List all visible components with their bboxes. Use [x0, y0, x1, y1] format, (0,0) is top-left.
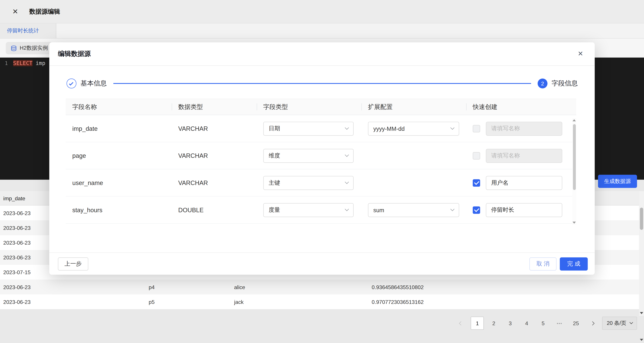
chevron-down-icon [450, 126, 454, 130]
modal-title: 编辑数据源 [58, 50, 91, 58]
scroll-down-arrow-icon[interactable] [572, 222, 576, 224]
page-size-value: 20 条/页 [607, 319, 626, 327]
pagination-next-button[interactable] [586, 317, 599, 330]
field-data-type: VARCHAR [172, 179, 257, 186]
field-type-select[interactable]: 主键 [263, 176, 354, 190]
h2-instance-button[interactable]: H2数据实例 [6, 42, 53, 54]
fields-table: 字段名称 数据类型 字段类型 扩展配置 快速创建 imp_date VARCHA… [66, 99, 576, 224]
field-row-imp-date: imp_date VARCHAR 日期 yyyy-MM-dd [66, 115, 576, 142]
modal-header: 编辑数据源 ✕ [49, 42, 595, 66]
scroll-down-arrow-icon[interactable] [640, 312, 643, 314]
quick-create-checkbox[interactable] [473, 125, 480, 132]
footer-actions: 取 消 完 成 [530, 257, 588, 270]
input-placeholder: 请填写名称 [491, 125, 520, 132]
input-placeholder: 请填写名称 [491, 152, 520, 159]
field-type-select[interactable]: 维度 [263, 149, 354, 163]
step1-label: 基本信息 [80, 79, 107, 88]
page-close-icon[interactable]: ✕ [12, 8, 18, 15]
pagination-page-5[interactable]: 5 [536, 317, 550, 330]
quick-create-checkbox[interactable] [473, 152, 480, 159]
scroll-corner-arrow-icon[interactable] [640, 339, 643, 341]
field-name: user_name [66, 179, 172, 186]
sql-code: imp [32, 60, 45, 66]
screen: ✕ 数据源编辑 停留时长统计 H2数据实例 1 SELECT imp 生成数据源 [0, 0, 644, 343]
tab-stay-duration-stats[interactable]: 停留时长统计 [0, 24, 56, 38]
scroll-up-arrow-icon[interactable] [572, 119, 576, 121]
header-data-type: 数据类型 [172, 99, 257, 115]
field-type-select[interactable]: 日期 [263, 122, 354, 136]
modal-table-scrollbar[interactable] [572, 118, 576, 225]
page-title: 数据源编辑 [29, 8, 60, 16]
pagination-page-2[interactable]: 2 [487, 317, 500, 330]
generate-datasource-button[interactable]: 生成数据源 [598, 175, 637, 188]
h2-instance-label: H2数据实例 [20, 44, 48, 52]
pagination-page-25[interactable]: 25 [569, 317, 582, 330]
fields-table-header: 字段名称 数据类型 字段类型 扩展配置 快速创建 [66, 99, 576, 115]
scrollbar-thumb[interactable] [573, 124, 576, 190]
pagination: 1 2 3 4 5 ••• 25 20 条/页 [454, 317, 637, 330]
database-icon [11, 45, 17, 51]
step1-check-icon [66, 79, 76, 89]
header-ext-config: 扩展配置 [362, 99, 466, 115]
page-size-select[interactable]: 20 条/页 [602, 317, 637, 330]
chevron-down-icon [345, 153, 349, 157]
pagination-ellipsis[interactable]: ••• [553, 321, 566, 325]
edit-datasource-modal: 编辑数据源 ✕ 基本信息 2 字段信息 字段名称 数据类型 字段类型 扩展配置 … [49, 42, 595, 275]
steps-indicator: 基本信息 2 字段信息 [49, 79, 595, 89]
chevron-down-icon [345, 207, 349, 211]
quick-create-checkbox[interactable] [473, 179, 480, 187]
vertical-scrollbar[interactable] [639, 191, 644, 316]
modal-close-icon[interactable]: ✕ [578, 51, 583, 57]
pagination-page-4[interactable]: 4 [520, 317, 533, 330]
ext-config-select[interactable]: sum [368, 203, 459, 217]
field-row-page: page VARCHAR 维度 请填写名称 [66, 142, 576, 169]
table-row: 2023-06-23 p4 alice 0.9364586435510802 [0, 279, 639, 294]
chevron-right-icon [590, 321, 594, 325]
line-number: 1 [0, 60, 13, 66]
chevron-left-icon [459, 321, 463, 325]
chevron-down-icon [345, 126, 349, 130]
tab-bar: 停留时长统计 [0, 24, 644, 39]
previous-step-button[interactable]: 上一步 [58, 257, 88, 270]
done-button[interactable]: 完 成 [560, 257, 588, 270]
field-data-type: VARCHAR [172, 125, 257, 132]
quick-create-name-input[interactable]: 请填写名称 [486, 122, 562, 136]
quick-create-name-input[interactable]: 请填写名称 [486, 149, 562, 163]
pagination-page-3[interactable]: 3 [504, 317, 517, 330]
chevron-down-icon [450, 207, 454, 211]
header-field-name: 字段名称 [66, 99, 172, 115]
topbar: ✕ 数据源编辑 [0, 0, 644, 24]
modal-footer: 上一步 取 消 完 成 [49, 252, 595, 275]
input-value: 停留时长 [491, 206, 514, 214]
cancel-button[interactable]: 取 消 [530, 257, 556, 270]
field-data-type: DOUBLE [172, 206, 257, 213]
header-quick-create: 快速创建 [466, 99, 576, 115]
quick-create-name-input[interactable]: 停留时长 [486, 203, 562, 217]
field-row-user-name: user_name VARCHAR 主键 用户名 [66, 169, 576, 197]
field-name: stay_hours [66, 206, 172, 213]
step2-number-badge: 2 [538, 79, 548, 89]
chevron-down-icon [630, 321, 633, 324]
quick-create-checkbox[interactable] [473, 206, 480, 214]
field-type-select[interactable]: 度量 [263, 203, 354, 217]
sql-keyword: SELECT [13, 60, 32, 66]
quick-create-name-input[interactable]: 用户名 [486, 176, 562, 190]
field-data-type: VARCHAR [172, 152, 257, 159]
input-value: 用户名 [491, 179, 508, 187]
step2-label: 字段信息 [552, 79, 578, 88]
ext-config-select[interactable]: yyyy-MM-dd [368, 122, 459, 136]
pagination-prev-button[interactable] [454, 317, 468, 330]
field-name: page [66, 152, 172, 159]
scrollbar-thumb[interactable] [640, 208, 643, 230]
field-row-stay-hours: stay_hours DOUBLE 度量 sum [66, 197, 576, 224]
field-name: imp_date [66, 125, 172, 132]
chevron-down-icon [345, 180, 349, 184]
header-field-type: 字段类型 [257, 99, 362, 115]
table-row: 2023-06-23 p5 jack 0.9707723036513162 [0, 294, 639, 309]
pagination-page-1[interactable]: 1 [471, 317, 484, 330]
step-connector-line [113, 83, 531, 84]
